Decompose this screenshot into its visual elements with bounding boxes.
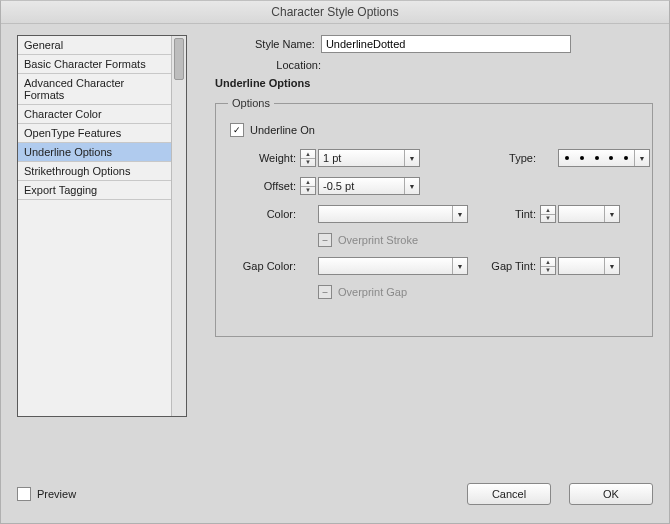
weight-value: 1 pt: [319, 152, 404, 164]
underline-on-label: Underline On: [250, 124, 315, 136]
stepper-up-icon: ▲: [301, 150, 315, 159]
location-label: Location:: [255, 59, 321, 71]
preview-label: Preview: [37, 488, 76, 500]
sidebar-item[interactable]: Character Color: [18, 105, 171, 124]
style-name-label: Style Name:: [255, 38, 315, 50]
chevron-down-icon: ▼: [404, 178, 419, 194]
ok-button[interactable]: OK: [569, 483, 653, 505]
tint-combo[interactable]: ▼: [558, 205, 620, 223]
sidebar-item[interactable]: Basic Character Formats: [18, 55, 171, 74]
options-fieldset: Options ✓ Underline On Weight: ▲▼ 1 pt ▼…: [215, 97, 653, 337]
sidebar-item[interactable]: Advanced Character Formats: [18, 74, 171, 105]
cancel-button[interactable]: Cancel: [467, 483, 551, 505]
sidebar-list: GeneralBasic Character FormatsAdvanced C…: [18, 36, 171, 416]
sidebar-item[interactable]: Strikethrough Options: [18, 162, 171, 181]
underline-on-checkbox[interactable]: ✓: [230, 123, 244, 137]
gap-color-combo[interactable]: ▼: [318, 257, 468, 275]
type-dotted-icon: [559, 156, 634, 160]
weight-stepper[interactable]: ▲▼: [300, 149, 316, 167]
offset-combo[interactable]: -0.5 pt ▼: [318, 177, 420, 195]
stepper-down-icon: ▼: [301, 187, 315, 195]
chevron-down-icon: ▼: [604, 206, 619, 222]
options-legend: Options: [228, 97, 274, 109]
color-combo[interactable]: ▼: [318, 205, 468, 223]
type-label: Type:: [480, 152, 540, 164]
weight-combo[interactable]: 1 pt ▼: [318, 149, 420, 167]
sidebar-scrollbar[interactable]: [171, 36, 186, 416]
chevron-down-icon: ▼: [452, 258, 467, 274]
content-area: Style Name: Location: Underline Options …: [187, 35, 653, 463]
title-bar: Character Style Options: [1, 1, 669, 24]
scroll-thumb[interactable]: [174, 38, 184, 80]
chevron-down-icon: ▼: [452, 206, 467, 222]
weight-label: Weight:: [228, 152, 300, 164]
stepper-up-icon: ▲: [301, 178, 315, 187]
gap-tint-label: Gap Tint:: [480, 260, 540, 272]
stepper-up-icon: ▲: [541, 258, 555, 267]
sidebar-item[interactable]: OpenType Features: [18, 124, 171, 143]
preview-checkbox[interactable]: [17, 487, 31, 501]
window-title: Character Style Options: [271, 5, 398, 19]
overprint-stroke-label: Overprint Stroke: [338, 234, 418, 246]
stepper-down-icon: ▼: [541, 267, 555, 275]
sidebar-item[interactable]: Export Tagging: [18, 181, 171, 200]
sidebar-container: GeneralBasic Character FormatsAdvanced C…: [17, 35, 187, 417]
footer: Preview Cancel OK: [17, 483, 653, 505]
section-title: Underline Options: [215, 77, 653, 89]
sidebar-item[interactable]: General: [18, 36, 171, 55]
overprint-stroke-checkbox[interactable]: –: [318, 233, 332, 247]
tint-label: Tint:: [480, 208, 540, 220]
overprint-gap-checkbox[interactable]: –: [318, 285, 332, 299]
style-name-input[interactable]: [321, 35, 571, 53]
color-label: Color:: [228, 208, 300, 220]
chevron-down-icon: ▼: [404, 150, 419, 166]
gap-tint-stepper[interactable]: ▲▼: [540, 257, 556, 275]
gap-tint-combo[interactable]: ▼: [558, 257, 620, 275]
chevron-down-icon: ▼: [634, 150, 649, 166]
main-area: GeneralBasic Character FormatsAdvanced C…: [17, 35, 653, 463]
stepper-up-icon: ▲: [541, 206, 555, 215]
chevron-down-icon: ▼: [604, 258, 619, 274]
offset-value: -0.5 pt: [319, 180, 404, 192]
overprint-gap-label: Overprint Gap: [338, 286, 407, 298]
type-combo[interactable]: ▼: [558, 149, 650, 167]
stepper-down-icon: ▼: [541, 215, 555, 223]
sidebar-item[interactable]: Underline Options: [18, 143, 171, 162]
offset-stepper[interactable]: ▲▼: [300, 177, 316, 195]
gap-color-label: Gap Color:: [228, 260, 300, 272]
tint-stepper[interactable]: ▲▼: [540, 205, 556, 223]
dialog-window: Character Style Options GeneralBasic Cha…: [0, 0, 670, 524]
offset-label: Offset:: [228, 180, 300, 192]
options-grid: Weight: ▲▼ 1 pt ▼ Type: ▼ Offset: ▲▼: [228, 149, 640, 299]
stepper-down-icon: ▼: [301, 159, 315, 167]
